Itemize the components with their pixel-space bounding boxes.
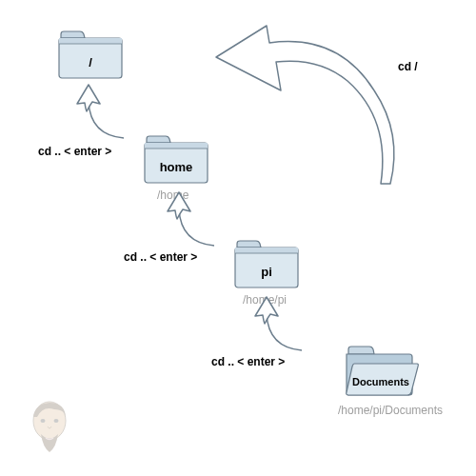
cmd-up-2: cd .. < enter > [124, 250, 197, 264]
arrow-docs-to-pi [249, 295, 316, 354]
folder-root: / [57, 29, 124, 81]
avatar [24, 400, 76, 466]
cmd-up-1: cd .. < enter > [38, 145, 111, 158]
arrow-home-to-root [71, 83, 138, 142]
folder-home: home [143, 133, 209, 186]
folder-root-label: / [57, 55, 124, 69]
folder-documents-path: /home/pi/Documents [338, 404, 443, 417]
folder-home-label: home [143, 160, 209, 174]
cmd-up-3: cd .. < enter > [211, 355, 285, 368]
folder-documents: Documents [343, 343, 419, 400]
svg-rect-7 [235, 248, 298, 253]
folder-pi-label: pi [233, 265, 300, 279]
svg-point-10 [41, 419, 46, 423]
arrow-pi-to-home [162, 190, 228, 249]
svg-rect-1 [59, 38, 122, 44]
folder-documents-label: Documents [343, 376, 419, 387]
svg-rect-4 [145, 143, 208, 149]
svg-point-11 [54, 419, 59, 423]
folder-pi: pi [233, 238, 300, 290]
open-folder-icon [343, 343, 419, 400]
cmd-root: cd / [398, 60, 418, 73]
arrow-big-to-root [214, 24, 405, 189]
